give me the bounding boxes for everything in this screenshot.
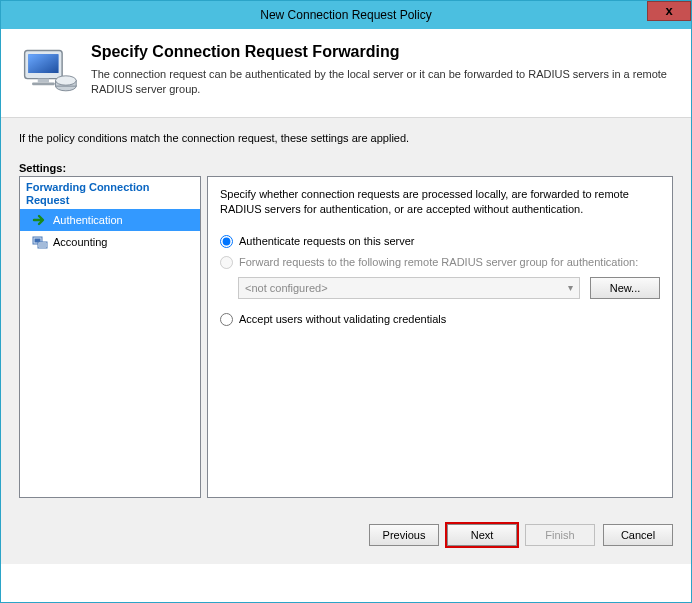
- header-area: Specify Connection Request Forwarding Th…: [1, 29, 691, 117]
- svg-rect-2: [28, 54, 58, 73]
- combo-value: <not configured>: [245, 282, 328, 294]
- tree-item-label: Accounting: [53, 236, 107, 248]
- radio-accept-without-validation[interactable]: Accept users without validating credenti…: [220, 313, 660, 326]
- arrow-right-icon: [32, 212, 48, 228]
- page-subheading: The connection request can be authentica…: [91, 67, 673, 97]
- settings-label: Settings:: [19, 162, 673, 174]
- radio-forward-remote-input[interactable]: [220, 256, 233, 269]
- close-button[interactable]: x: [647, 1, 691, 21]
- tree-item-authentication[interactable]: Authentication: [20, 209, 200, 231]
- panels: Forwarding Connection Request Authentica…: [19, 176, 673, 498]
- window-title: New Connection Request Policy: [1, 8, 691, 22]
- cancel-button[interactable]: Cancel: [603, 524, 673, 546]
- accounting-icon: [32, 234, 48, 250]
- detail-panel: Specify whether connection requests are …: [207, 176, 673, 498]
- wizard-window: New Connection Request Policy x: [0, 0, 692, 603]
- tree-item-label: Authentication: [53, 214, 123, 226]
- radio-authenticate-local-input[interactable]: [220, 235, 233, 248]
- body-area: If the policy conditions match the conne…: [1, 117, 691, 506]
- svg-point-7: [56, 76, 77, 85]
- policy-monitor-icon: [19, 43, 79, 103]
- radio-authenticate-local[interactable]: Authenticate requests on this server: [220, 235, 660, 248]
- new-server-group-button[interactable]: New...: [590, 277, 660, 299]
- svg-rect-10: [38, 242, 47, 248]
- condition-hint: If the policy conditions match the conne…: [19, 132, 673, 144]
- content-area: Specify Connection Request Forwarding Th…: [1, 29, 691, 564]
- tree-item-accounting[interactable]: Accounting: [20, 231, 200, 253]
- server-group-row: <not configured> ▾ New...: [238, 277, 660, 299]
- previous-button[interactable]: Previous: [369, 524, 439, 546]
- radio-label: Authenticate requests on this server: [239, 235, 414, 247]
- finish-button: Finish: [525, 524, 595, 546]
- next-button[interactable]: Next: [447, 524, 517, 546]
- svg-rect-3: [38, 79, 49, 83]
- radio-label: Forward requests to the following remote…: [239, 256, 638, 268]
- settings-tree: Forwarding Connection Request Authentica…: [19, 176, 201, 498]
- tree-group-forwarding: Forwarding Connection Request: [20, 179, 200, 209]
- wizard-button-row: Previous Next Finish Cancel: [1, 506, 691, 564]
- titlebar: New Connection Request Policy x: [1, 1, 691, 29]
- radio-accept-without-validation-input[interactable]: [220, 313, 233, 326]
- header-text: Specify Connection Request Forwarding Th…: [91, 43, 673, 97]
- radio-label: Accept users without validating credenti…: [239, 313, 446, 325]
- svg-rect-4: [32, 82, 55, 85]
- chevron-down-icon: ▾: [568, 282, 573, 293]
- detail-description: Specify whether connection requests are …: [220, 187, 660, 217]
- server-group-combo: <not configured> ▾: [238, 277, 580, 299]
- page-heading: Specify Connection Request Forwarding: [91, 43, 673, 61]
- radio-forward-remote[interactable]: Forward requests to the following remote…: [220, 256, 660, 269]
